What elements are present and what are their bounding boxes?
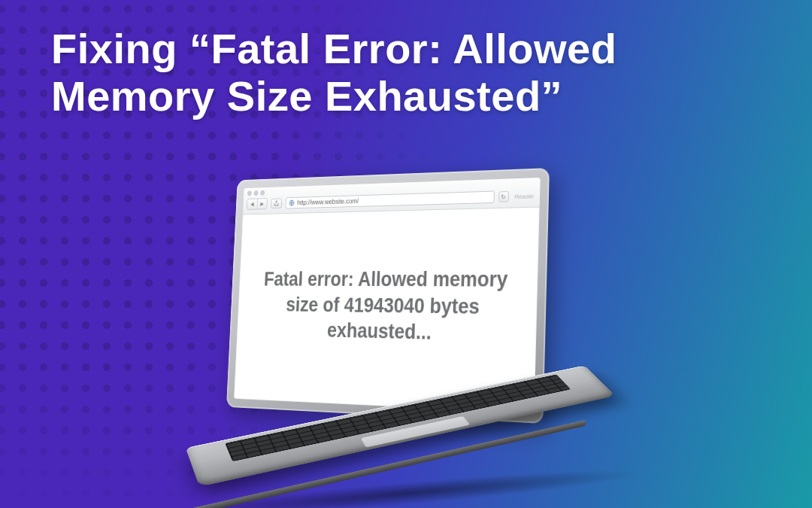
reader-label: Reader: [513, 192, 535, 199]
share-icon: [271, 198, 282, 208]
hero-banner: Fixing “Fatal Error: Allowed Memory Size…: [0, 0, 812, 508]
window-dot: [247, 191, 252, 196]
globe-icon: [289, 199, 295, 207]
error-message: Fatal error: Allowed memory size of 4194…: [251, 266, 520, 348]
window-dot: [254, 190, 259, 196]
forward-icon: ►: [257, 199, 267, 209]
window-dot: [260, 190, 265, 196]
refresh-icon: ↻: [498, 191, 509, 202]
laptop-illustration: ◄ ► http://www.website.com/ ↻ Reader: [150, 151, 662, 497]
laptop-screen: ◄ ► http://www.website.com/ ↻ Reader: [234, 178, 541, 413]
url-text: http://www.website.com/: [297, 197, 359, 206]
nav-buttons: ◄ ►: [247, 198, 268, 210]
page-title: Fixing “Fatal Error: Allowed Memory Size…: [51, 26, 767, 120]
back-icon: ◄: [247, 199, 257, 208]
browser-viewport: Fatal error: Allowed memory size of 4194…: [234, 208, 540, 414]
